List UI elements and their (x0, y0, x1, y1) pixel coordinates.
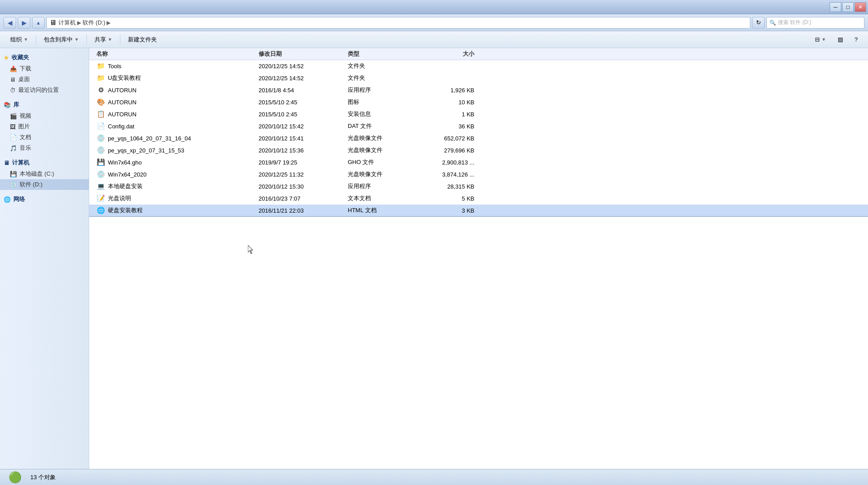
back-button[interactable]: ◀ (4, 17, 16, 29)
title-bar: ─ □ ✕ (0, 0, 868, 14)
share-arrow: ▼ (108, 37, 112, 42)
sidebar-item-recent[interactable]: ⏱ 最近访问的位置 (0, 85, 89, 95)
table-row[interactable]: 📄 Config.dat 2020/10/12 15:42 DAT 文件 36 … (89, 120, 868, 132)
file-name-text: U盘安装教程 (108, 74, 141, 82)
pictures-label: 图片 (18, 123, 30, 131)
sidebar-item-drive-c[interactable]: 💾 本地磁盘 (C:) (0, 169, 89, 179)
sidebar-library-label: 库 (13, 101, 19, 109)
file-date-cell: 2015/5/10 2:45 (259, 99, 348, 106)
sidebar-favorites-section: ★ 收藏夹 📥 下载 🖥 桌面 ⏱ 最近访问的位置 (0, 52, 89, 95)
sidebar-favorites-label: 收藏夹 (12, 53, 29, 62)
file-list-header: 名称 修改日期 类型 大小 (89, 48, 868, 60)
file-date-cell: 2015/5/10 2:45 (259, 111, 348, 118)
table-row[interactable]: 💿 pe_yqs_xp_20_07_31_15_53 2020/10/12 15… (89, 144, 868, 156)
refresh-button[interactable]: ↻ (752, 17, 765, 29)
table-row[interactable]: 💻 本地硬盘安装 2020/10/12 15:30 应用程序 28,315 KB (89, 181, 868, 193)
minimize-button[interactable]: ─ (830, 2, 841, 12)
table-row[interactable]: 📝 光盘说明 2016/10/23 7:07 文本文档 5 KB (89, 193, 868, 205)
documents-label: 文档 (20, 133, 31, 141)
include-label: 包含到库中 (44, 36, 73, 44)
breadcrumb-drive[interactable]: 软件 (D:) (82, 19, 105, 27)
preview-button[interactable]: ▨ (833, 33, 848, 46)
col-header-size[interactable]: 大小 (419, 50, 481, 58)
sidebar-item-desktop[interactable]: 🖥 桌面 (0, 74, 89, 85)
share-button[interactable]: 共享 ▼ (90, 33, 117, 46)
search-icon: 🔍 (769, 20, 776, 26)
col-header-name[interactable]: 名称 (89, 50, 259, 58)
file-icon: ⚙ (96, 86, 105, 95)
computer-sidebar-icon: 🖥 (4, 160, 9, 166)
file-name-cell: 📝 光盘说明 (89, 194, 259, 203)
sidebar-item-download[interactable]: 📥 下载 (0, 63, 89, 74)
file-name-text: Win7x64.gho (108, 159, 142, 166)
table-row[interactable]: 💿 Win7x64_2020 2020/12/25 11:32 光盘映像文件 3… (89, 169, 868, 181)
organize-label: 组织 (10, 36, 22, 44)
drive-c-icon: 💾 (10, 171, 17, 177)
download-icon: 📥 (10, 66, 17, 72)
file-date-cell: 2019/9/7 19:25 (259, 159, 348, 166)
file-type-cell: DAT 文件 (348, 122, 419, 130)
file-name-cell: ⚙ AUTORUN (89, 86, 259, 95)
help-button[interactable]: ? (850, 33, 863, 46)
sidebar-favorites-header[interactable]: ★ 收藏夹 (0, 52, 89, 63)
file-name-text: AUTORUN (108, 111, 136, 118)
file-date-cell: 2020/10/12 15:36 (259, 147, 348, 154)
table-row[interactable]: 💾 Win7x64.gho 2019/9/7 19:25 GHO 文件 2,90… (89, 156, 868, 169)
view-toggle-button[interactable]: ⊟ ▼ (810, 33, 831, 46)
table-row[interactable]: 🎨 AUTORUN 2015/5/10 2:45 图标 10 KB (89, 96, 868, 108)
pictures-icon: 🖼 (10, 123, 16, 130)
file-name-cell: 📋 AUTORUN (89, 110, 259, 119)
breadcrumb[interactable]: 🖥 计算机 ▶ 软件 (D:) ▶ (46, 17, 750, 29)
up-button[interactable]: ▲ (32, 17, 45, 29)
col-header-type[interactable]: 类型 (348, 50, 419, 58)
file-name-cell: 💾 Win7x64.gho (89, 158, 259, 167)
table-row[interactable]: 📋 AUTORUN 2015/5/10 2:45 安装信息 1 KB (89, 108, 868, 120)
star-icon: ★ (4, 54, 9, 61)
sidebar-library-header[interactable]: 📚 库 (0, 99, 89, 111)
file-date-cell: 2020/10/12 15:30 (259, 183, 348, 190)
sidebar-item-drive-d[interactable]: 💿 软件 (D:) (0, 179, 89, 190)
view-arrow: ▼ (822, 37, 826, 42)
file-size-cell: 3,874,126 ... (419, 171, 481, 178)
file-icon: 🌐 (96, 206, 105, 215)
video-icon: 🎬 (10, 113, 17, 119)
table-row[interactable]: 💿 pe_yqs_1064_20_07_31_16_04 2020/10/12 … (89, 132, 868, 144)
file-name-text: Tools (108, 63, 121, 70)
recent-label: 最近访问的位置 (18, 86, 59, 94)
file-name-text: Win7x64_2020 (108, 171, 147, 178)
include-library-button[interactable]: 包含到库中 ▼ (39, 33, 84, 46)
breadcrumb-computer[interactable]: 计算机 (58, 19, 76, 27)
file-name-text: 光盘说明 (108, 194, 131, 202)
search-bar[interactable]: 🔍 搜索 软件 (D:) (766, 17, 864, 29)
file-type-cell: 应用程序 (348, 86, 419, 94)
new-folder-button[interactable]: 新建文件夹 (123, 33, 162, 46)
close-button[interactable]: ✕ (855, 2, 866, 12)
file-type-cell: 图标 (348, 98, 419, 106)
sidebar-computer-header[interactable]: 🖥 计算机 (0, 157, 89, 169)
desktop-icon: 🖥 (10, 76, 16, 83)
file-type-cell: 安装信息 (348, 110, 419, 118)
file-icon: 💾 (96, 158, 105, 167)
sidebar-item-video[interactable]: 🎬 视频 (0, 111, 89, 121)
sidebar-item-music[interactable]: 🎵 音乐 (0, 143, 89, 153)
network-icon: 🌐 (4, 196, 11, 203)
forward-button[interactable]: ▶ (18, 17, 30, 29)
table-row[interactable]: 📁 U盘安装教程 2020/12/25 14:52 文件夹 (89, 72, 868, 84)
sidebar-item-documents[interactable]: 📄 文档 (0, 132, 89, 143)
sidebar-network-header[interactable]: 🌐 网络 (0, 193, 89, 205)
search-placeholder: 搜索 软件 (D:) (778, 19, 811, 26)
new-folder-label: 新建文件夹 (128, 36, 157, 44)
file-size-cell: 5 KB (419, 195, 481, 202)
maximize-button[interactable]: □ (842, 2, 854, 12)
table-row[interactable]: 🌐 硬盘安装教程 2016/11/21 22:03 HTML 文档 3 KB (89, 205, 868, 217)
file-name-text: Config.dat (108, 123, 134, 130)
sidebar-item-pictures[interactable]: 🖼 图片 (0, 121, 89, 132)
view-icon: ⊟ (815, 36, 820, 43)
file-size-cell: 3 KB (419, 207, 481, 214)
table-row[interactable]: 📁 Tools 2020/12/25 14:52 文件夹 (89, 60, 868, 72)
col-header-date[interactable]: 修改日期 (259, 50, 348, 58)
file-type-cell: GHO 文件 (348, 158, 419, 166)
table-row[interactable]: ⚙ AUTORUN 2016/1/8 4:54 应用程序 1,926 KB (89, 84, 868, 96)
toolbar-right: ⊟ ▼ ▨ ? (810, 33, 863, 46)
organize-button[interactable]: 组织 ▼ (5, 33, 33, 46)
